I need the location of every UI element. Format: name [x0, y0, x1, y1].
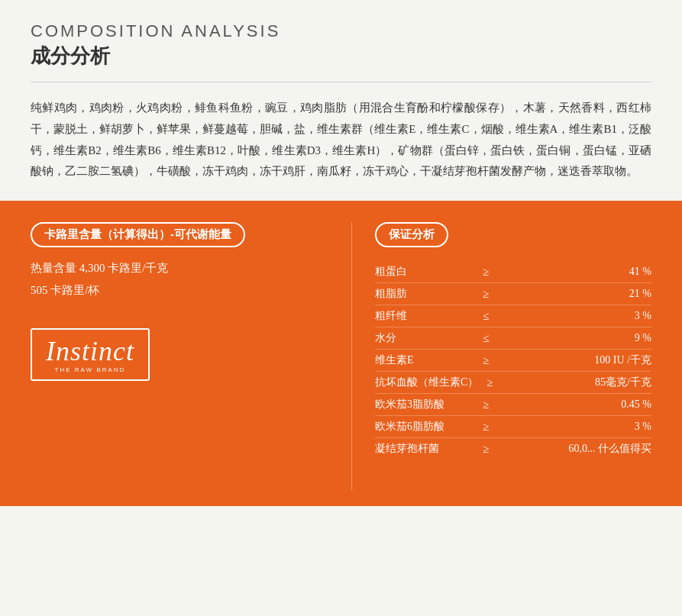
- analysis-label: 粗脂肪: [375, 287, 474, 301]
- analysis-row: 维生素E≥100 IU /千克: [375, 350, 651, 372]
- title-chinese: 成分分析: [31, 43, 651, 69]
- analysis-row: 凝结芽孢杆菌≥60,0... 什么值得买: [375, 438, 651, 460]
- analysis-row: 欧米茄3脂肪酸≥0.45 %: [375, 394, 651, 416]
- logo-area: Instinct THE RAW BRAND: [31, 328, 328, 381]
- divider: [31, 82, 651, 82]
- analysis-value: 9 %: [497, 332, 651, 344]
- analysis-operator: ≥: [474, 398, 497, 411]
- analysis-value: 0.45 %: [497, 398, 651, 411]
- top-section: COMPOSITION ANALYSIS 成分分析 纯鲜鸡肉，鸡肉粉，火鸡肉粉，…: [0, 0, 682, 201]
- analysis-operator: ≥: [474, 288, 497, 301]
- analysis-value: 41 %: [497, 266, 651, 278]
- guarantee-panel: 保证分析 粗蛋白≥41 %粗脂肪≥21 %粗纤维≤3 %水分≤9 %维生素E≥1…: [351, 222, 651, 491]
- analysis-operator: ≥: [474, 421, 497, 434]
- analysis-row: 粗蛋白≥41 %: [375, 261, 651, 283]
- analysis-value: 100 IU /千克: [497, 353, 651, 367]
- logo-brand: Instinct: [46, 337, 134, 365]
- analysis-label: 维生素E: [375, 353, 474, 367]
- analysis-operator: ≤: [474, 332, 497, 345]
- analysis-value: 3 %: [497, 310, 651, 322]
- analysis-operator: ≤: [474, 310, 497, 323]
- analysis-value: 85毫克/千克: [501, 376, 651, 389]
- bottom-section: 卡路里含量（计算得出）-可代谢能量 热量含量 4,300 卡路里/千克 505 …: [0, 201, 682, 506]
- ingredients-text: 纯鲜鸡肉，鸡肉粉，火鸡肉粉，鲱鱼科鱼粉，豌豆，鸡肉脂肪（用混合生育酚和柠檬酸保存…: [31, 98, 651, 182]
- calorie-row-2: 505 卡路里/杯: [31, 283, 328, 298]
- calorie-header: 卡路里含量（计算得出）-可代谢能量: [31, 222, 245, 247]
- analysis-operator: ≥: [474, 266, 497, 279]
- analysis-label: 水分: [375, 331, 474, 345]
- calorie-row-1: 热量含量 4,300 卡路里/千克: [31, 261, 328, 276]
- analysis-table: 粗蛋白≥41 %粗脂肪≥21 %粗纤维≤3 %水分≤9 %维生素E≥100 IU…: [375, 261, 651, 460]
- analysis-value: 3 %: [497, 421, 651, 433]
- analysis-label: 抗坏血酸（维生素C）: [375, 376, 478, 389]
- analysis-label: 欧米茄3脂肪酸: [375, 398, 474, 411]
- analysis-label: 欧米茄6脂肪酸: [375, 420, 474, 434]
- analysis-operator: ≥: [478, 376, 501, 389]
- analysis-value: 60,0... 什么值得买: [497, 442, 651, 456]
- analysis-operator: ≥: [474, 354, 497, 367]
- analysis-row: 抗坏血酸（维生素C）≥85毫克/千克: [375, 372, 651, 394]
- logo-sub: THE RAW BRAND: [55, 366, 126, 373]
- analysis-row: 粗脂肪≥21 %: [375, 283, 651, 305]
- analysis-row: 水分≤9 %: [375, 327, 651, 350]
- guarantee-header: 保证分析: [375, 222, 448, 247]
- analysis-label: 粗蛋白: [375, 265, 474, 279]
- analysis-value: 21 %: [497, 288, 651, 300]
- logo-box: Instinct THE RAW BRAND: [31, 328, 150, 381]
- analysis-operator: ≥: [474, 443, 497, 456]
- analysis-label: 凝结芽孢杆菌: [375, 442, 474, 456]
- analysis-row: 欧米茄6脂肪酸≥3 %: [375, 416, 651, 438]
- title-english: COMPOSITION ANALYSIS: [31, 21, 651, 41]
- calorie-panel: 卡路里含量（计算得出）-可代谢能量 热量含量 4,300 卡路里/千克 505 …: [31, 222, 351, 491]
- analysis-label: 粗纤维: [375, 309, 474, 323]
- analysis-row: 粗纤维≤3 %: [375, 305, 651, 327]
